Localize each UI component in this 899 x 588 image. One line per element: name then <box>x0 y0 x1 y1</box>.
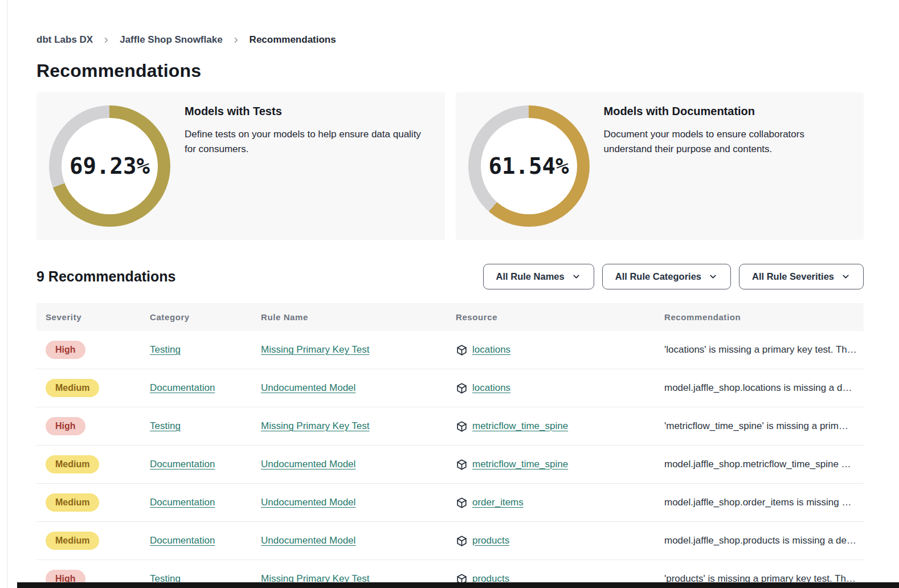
rule-name-link[interactable]: Undocumented Model <box>261 459 355 469</box>
documentation-percentage: 61.54% <box>468 105 590 227</box>
recommendation-text: model.jaffle_shop.products is missing a … <box>664 535 864 546</box>
resource-link[interactable]: locations <box>472 344 510 356</box>
table-row: Medium Documentation Undocumented Model … <box>36 446 864 484</box>
models-with-tests-card: 69.23% Models with Tests Define tests on… <box>36 92 445 240</box>
recommendation-text: model.jaffle_shop.order_items is missing… <box>664 497 864 508</box>
resource-link[interactable]: metricflow_time_spine <box>472 420 568 432</box>
category-link[interactable]: Documentation <box>150 535 215 546</box>
rule-name-link[interactable]: Undocumented Model <box>261 382 355 393</box>
table-header-row: Severity Category Rule Name Resource Rec… <box>36 303 864 331</box>
column-header-category: Category <box>150 312 261 322</box>
column-header-rule-name: Rule Name <box>261 312 456 322</box>
chevron-right-icon <box>232 36 240 44</box>
sidebar-edge-divider <box>7 0 7 588</box>
page-title: Recommendations <box>36 60 864 81</box>
recommendation-text: model.jaffle_shop.locations is missing a… <box>664 382 864 394</box>
resource-link[interactable]: metricflow_time_spine <box>472 459 568 470</box>
documentation-donut-chart: 61.54% <box>468 105 590 227</box>
table-body: High Testing Missing Primary Key Test lo… <box>36 331 864 588</box>
rule-name-link[interactable]: Missing Primary Key Test <box>261 420 370 431</box>
breadcrumb-item-current: Recommendations <box>250 34 336 46</box>
category-link[interactable]: Testing <box>150 420 181 431</box>
main-content: dbt Labs DX Jaffle Shop Snowflake Recomm… <box>36 0 864 588</box>
column-header-resource: Resource <box>456 312 664 322</box>
table-row: High Testing Missing Primary Key Test lo… <box>36 331 864 369</box>
severity-badge: Medium <box>46 379 99 397</box>
filter-label: All Rule Categories <box>615 271 701 282</box>
resource-link[interactable]: order_items <box>472 497 524 508</box>
card-title: Models with Tests <box>185 105 430 118</box>
chevron-down-icon <box>708 272 718 281</box>
chevron-down-icon <box>841 272 851 281</box>
table-row: Medium Documentation Undocumented Model … <box>36 484 864 522</box>
recommendations-table: Severity Category Rule Name Resource Rec… <box>36 303 864 588</box>
package-cube-icon <box>456 382 468 394</box>
table-row: Medium Documentation Undocumented Model … <box>36 522 864 560</box>
column-header-recommendation: Recommendation <box>664 312 864 322</box>
category-link[interactable]: Documentation <box>150 459 215 469</box>
bottom-cutoff-bar <box>17 582 899 588</box>
filter-bar: All Rule Names All Rule Categories All R… <box>483 264 864 289</box>
tests-percentage: 69.23% <box>49 105 170 227</box>
recommendation-text: 'locations' is missing a primary key tes… <box>664 344 864 356</box>
breadcrumb: dbt Labs DX Jaffle Shop Snowflake Recomm… <box>36 34 864 46</box>
card-title: Models with Documentation <box>604 105 849 118</box>
metric-cards: 69.23% Models with Tests Define tests on… <box>36 92 864 240</box>
rule-name-link[interactable]: Missing Primary Key Test <box>261 344 370 355</box>
rule-names-filter-dropdown[interactable]: All Rule Names <box>483 264 594 289</box>
package-cube-icon <box>456 497 468 509</box>
severity-badge: Medium <box>46 493 99 512</box>
package-cube-icon <box>456 535 468 547</box>
rule-name-link[interactable]: Undocumented Model <box>261 497 355 508</box>
recommendation-text: 'metricflow_time_spine' is missing a pri… <box>664 420 864 432</box>
tests-donut-chart: 69.23% <box>49 105 170 227</box>
models-with-documentation-card: 61.54% Models with Documentation Documen… <box>456 92 864 240</box>
filter-label: All Rule Names <box>496 271 565 282</box>
table-row: High Testing Missing Primary Key Test me… <box>36 407 864 446</box>
rule-categories-filter-dropdown[interactable]: All Rule Categories <box>602 264 731 289</box>
card-description: Document your models to ensure collabora… <box>604 127 849 157</box>
card-description: Define tests on your models to help ensu… <box>185 127 430 157</box>
severity-badge: High <box>46 417 85 435</box>
table-row: Medium Documentation Undocumented Model … <box>36 369 864 407</box>
breadcrumb-item-project[interactable]: Jaffle Shop Snowflake <box>120 34 222 46</box>
column-header-severity: Severity <box>46 312 150 322</box>
category-link[interactable]: Documentation <box>150 382 215 393</box>
filter-label: All Rule Severities <box>752 271 834 282</box>
severity-badge: Medium <box>46 532 99 550</box>
recommendations-count: 9 Recommendations <box>36 268 176 285</box>
rule-severities-filter-dropdown[interactable]: All Rule Severities <box>739 264 864 289</box>
resource-link[interactable]: products <box>472 535 509 546</box>
category-link[interactable]: Documentation <box>150 497 215 508</box>
severity-badge: High <box>46 341 85 359</box>
chevron-down-icon <box>571 272 581 281</box>
breadcrumb-item-account[interactable]: dbt Labs DX <box>36 34 93 46</box>
chevron-right-icon <box>102 36 111 44</box>
category-link[interactable]: Testing <box>150 344 181 355</box>
package-cube-icon <box>456 420 468 432</box>
resource-link[interactable]: locations <box>472 382 510 394</box>
rule-name-link[interactable]: Undocumented Model <box>261 535 355 546</box>
package-cube-icon <box>456 459 468 471</box>
recommendation-text: model.jaffle_shop.metricflow_time_spine … <box>664 459 864 470</box>
package-cube-icon <box>456 344 468 356</box>
severity-badge: Medium <box>46 455 99 473</box>
